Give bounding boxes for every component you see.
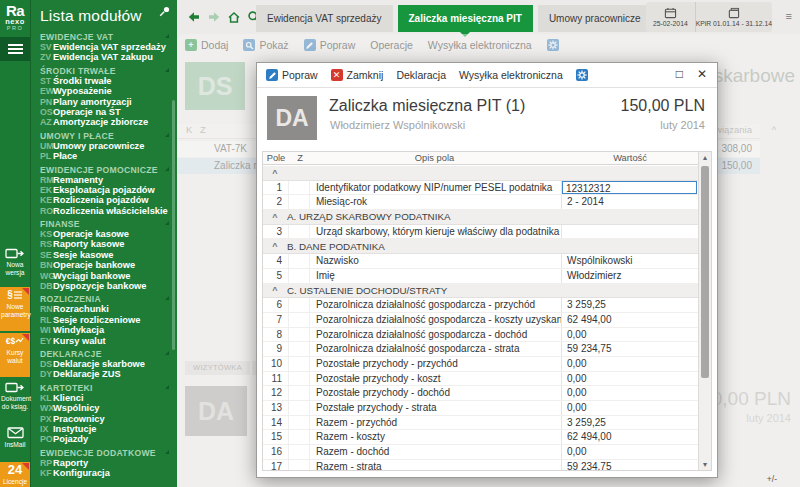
field-row-16[interactable]: 16Razem - dochód0,00 — [263, 445, 698, 460]
group-chevron-icon[interactable]: ^ — [263, 241, 287, 251]
field-value[interactable]: 3 259,25 — [562, 298, 698, 312]
sidebar-item-az[interactable]: AZAmortyzacje zbiorcze — [31, 117, 177, 127]
home-icon[interactable] — [227, 11, 241, 24]
group-chevron-icon[interactable]: ^ — [263, 212, 287, 222]
field-value[interactable]: 0,00 — [562, 386, 698, 400]
sidebar-section-header[interactable]: EWIDENCJE DODATKOWE — [31, 448, 177, 458]
toolbar-gear-icon[interactable] — [547, 39, 559, 51]
sidebar-section-header[interactable]: ŚRODKI TRWAŁE — [31, 66, 177, 76]
toolbar-button-deklaracja[interactable]: Deklaracja — [396, 69, 446, 81]
sidebar-item-ey[interactable]: EYKursy walut — [31, 336, 177, 346]
forward-icon[interactable] — [207, 11, 221, 23]
rail-item-kursy-walut[interactable]: €$Kursy walut — [0, 333, 30, 377]
modules-list-button[interactable] — [0, 37, 30, 61]
sidebar-item-ro[interactable]: RORozliczenia właścicielskie — [31, 206, 177, 216]
work-date-button[interactable]: 25-02-2014 — [646, 2, 695, 32]
toolbar-button-pokaż[interactable]: Pokaż — [243, 39, 288, 51]
scroll-down-icon[interactable]: ▾ — [699, 460, 711, 469]
field-value[interactable]: 0,00 — [562, 357, 698, 371]
sidebar-item-rm[interactable]: RMRemanenty — [31, 175, 177, 185]
field-value[interactable]: 2 - 2014 — [562, 195, 698, 209]
field-value[interactable]: 0,00 — [562, 401, 698, 415]
toolbar-button-wysyłka-elektroniczna[interactable]: Wysyłka elektroniczna — [459, 69, 563, 81]
sidebar-item-wg[interactable]: WGWyciągi bankowe — [31, 271, 177, 281]
sidebar-item-kf[interactable]: KFKonfiguracja — [31, 468, 177, 478]
field-value[interactable]: 0,00 — [562, 445, 698, 459]
field-row-7[interactable]: 7Pozarolnicza działalność gospodarcza - … — [263, 313, 698, 328]
field-row-1[interactable]: 1Identyfikator podatkowy NIP/numer PESEL… — [263, 181, 698, 196]
sidebar-section-header[interactable]: KARTOTEKI — [31, 383, 177, 393]
toolbar-gear-icon[interactable] — [576, 69, 588, 81]
field-row-8[interactable]: 8Pozarolnicza działalność gospodarcza - … — [263, 328, 698, 343]
sidebar-item-ds[interactable]: DSDeklaracje skarbowe — [31, 359, 177, 369]
sidebar-item-os[interactable]: OSOperacje na ŚT — [31, 107, 177, 117]
tab-zaliczka-miesięczna-pit[interactable]: Zaliczka miesięczna PIT — [398, 5, 533, 32]
scroll-up-icon[interactable]: ▴ — [699, 153, 711, 162]
sidebar-item-um[interactable]: UMUmowy pracownicze — [31, 141, 177, 151]
field-value[interactable] — [562, 225, 698, 239]
toolbar-button-zamknij[interactable]: ✕Zamknij — [331, 69, 384, 81]
field-row-11[interactable]: 11Pozostałe przychody - koszt0,00 — [263, 372, 698, 387]
sidebar-section-header[interactable]: ROZLICZENIA — [31, 294, 177, 304]
field-row-15[interactable]: 15Razem - koszty62 494,00 — [263, 430, 698, 445]
sidebar-section-header[interactable]: EWIDENCJE VAT — [31, 32, 177, 42]
field-value[interactable]: 0,00 — [562, 372, 698, 386]
group-row[interactable]: ^B. DANE PODATNIKA — [263, 239, 698, 254]
field-value[interactable]: 59 234,75 — [562, 342, 698, 356]
sidebar-section-header[interactable]: FINANSE — [31, 219, 177, 229]
sidebar-item-px[interactable]: PXPracownicy — [31, 414, 177, 424]
toolbar-button-operacje[interactable]: Operacje — [370, 39, 413, 51]
sidebar-item-sv[interactable]: SVEwidencja VAT sprzedaży — [31, 42, 177, 52]
collapse-caret-icon[interactable]: ^ — [772, 125, 776, 135]
sidebar-section-header[interactable]: DEKLARACJE — [31, 349, 177, 359]
field-value[interactable]: 0,00 — [562, 328, 698, 342]
sidebar-item-db[interactable]: DBDyspozycje bankowe — [31, 281, 177, 291]
scrollbar-thumb[interactable] — [701, 166, 709, 378]
field-value[interactable]: 59 234,75 — [562, 460, 698, 470]
toolbar-button-popraw[interactable]: Popraw — [304, 39, 356, 51]
field-row-6[interactable]: 6Pozarolnicza działalność gospodarcza - … — [263, 298, 698, 313]
rail-item-nowe-parametry[interactable]: §Nowe parametry — [0, 287, 30, 331]
field-row-14[interactable]: 14Razem - przychód3 259,25 — [263, 416, 698, 431]
field-value[interactable]: 3 259,25 — [562, 416, 698, 430]
field-row-12[interactable]: 12Pozostałe przychody - dochód0,00 — [263, 386, 698, 401]
sidebar-item-zv[interactable]: ZVEwidencja VAT zakupu — [31, 52, 177, 62]
rail-item-insmail[interactable]: InsMail — [0, 425, 30, 460]
field-row-3[interactable]: 3Urząd skarbowy, którym kieruje właściwy… — [263, 225, 698, 240]
field-row-4[interactable]: 4NazwiskoWspólnikowski — [263, 254, 698, 269]
sidebar-item-dy[interactable]: DYDeklaracje ZUS — [31, 369, 177, 379]
sidebar-item-ix[interactable]: IXInstytucje — [31, 424, 177, 434]
group-row[interactable]: ^C. USTALENIE DOCHODU/STRATY — [263, 284, 698, 299]
field-row-13[interactable]: 13Pozstałe przychody - strata0,00 — [263, 401, 698, 416]
toolbar-button-wysyłka-elektroniczna[interactable]: Wysyłka elektroniczna — [428, 39, 532, 51]
rail-item-licencje[interactable]: 24Licencje — [0, 462, 30, 487]
group-chevron-icon[interactable]: ^ — [263, 168, 287, 178]
sidebar-item-bn[interactable]: BNOperacje bankowe — [31, 260, 177, 270]
sidebar-item-rs[interactable]: RSRaporty kasowe — [31, 239, 177, 249]
sidebar-item-ew[interactable]: EWWyposażenie — [31, 86, 177, 96]
field-value[interactable]: 12312312 — [562, 181, 698, 195]
rail-item-nowa-wersja[interactable]: Nowa wersja — [0, 245, 30, 285]
sidebar-item-rl[interactable]: RLSesje rozliczeniowe — [31, 315, 177, 325]
sidebar-item-ks[interactable]: KSOperacje kasowe — [31, 229, 177, 239]
tab-wizytowka[interactable]: WIZYTÓWKA — [185, 361, 250, 375]
sidebar-item-se[interactable]: SESesje kasowe — [31, 250, 177, 260]
field-row-9[interactable]: 9Pozarolnicza działalność gospodarcza - … — [263, 342, 698, 357]
group-row[interactable]: ^A. URZĄD SKARBOWY PODATNIKA — [263, 210, 698, 225]
sidebar-item-st[interactable]: STŚrodki trwałe — [31, 76, 177, 86]
sidebar-section-header[interactable]: UMOWY I PŁACE — [31, 131, 177, 141]
field-value[interactable]: Wspólnikowski — [562, 254, 698, 268]
sidebar-item-pl[interactable]: PLPłace — [31, 151, 177, 161]
sidebar-item-ke[interactable]: KERozliczenia pojazdów — [31, 195, 177, 205]
group-row[interactable]: ^ — [263, 166, 698, 181]
pin-icon[interactable] — [158, 5, 172, 19]
sidebar-item-po[interactable]: POPojazdy — [31, 434, 177, 444]
sidebar-item-ek[interactable]: EKEksploatacja pojazdów — [31, 185, 177, 195]
sidebar-item-rp[interactable]: RPRaporty — [31, 458, 177, 468]
sidebar-scrollbar[interactable] — [172, 100, 175, 350]
tab-ewidencja-vat-sprzedaży[interactable]: Ewidencja VAT sprzedaży — [256, 5, 393, 32]
value-input[interactable]: 12312312 — [562, 181, 697, 194]
back-icon[interactable] — [187, 11, 201, 23]
sidebar-item-wx[interactable]: WXWspólnicy — [31, 403, 177, 413]
close-icon[interactable]: ✕ — [697, 67, 707, 81]
